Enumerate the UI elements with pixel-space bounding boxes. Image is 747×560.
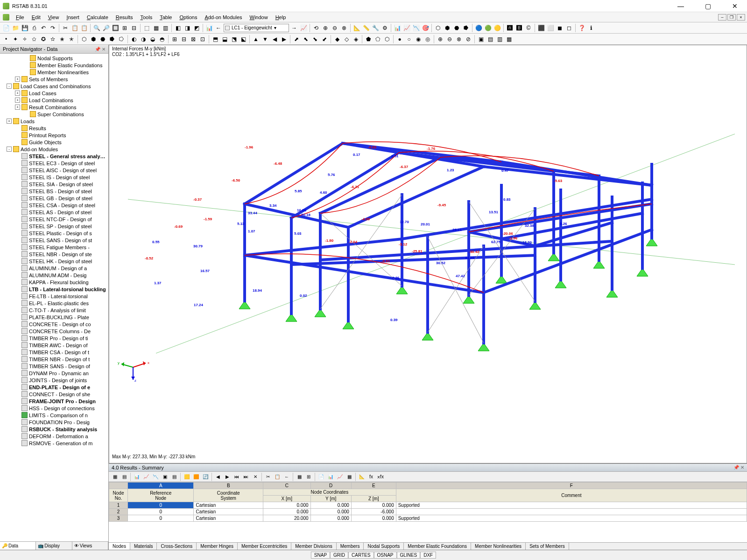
tree-item[interactable]: KAPPA - Flexural buckling — [0, 279, 108, 286]
toolbar-button[interactable]: ⬈ — [292, 35, 301, 43]
tree-item[interactable]: STEEL SP - Design of steel — [0, 223, 108, 230]
tree-item[interactable]: Super Combinations — [0, 111, 108, 118]
table-row[interactable]: 30Cartesian20.0000.0000.000Supported — [109, 515, 747, 522]
tree-item[interactable]: STEEL - General stress analysis — [0, 153, 108, 160]
toolbar-button[interactable]: ↷ — [49, 24, 57, 32]
toolbar-button[interactable]: ⊞ — [170, 35, 179, 43]
toolbar-button[interactable]: ⊖ — [445, 35, 454, 43]
tree-item[interactable]: Nodal Supports — [0, 55, 108, 62]
toolbar-button[interactable]: ◎ — [423, 35, 432, 43]
toolbar-button[interactable]: ✦ — [11, 35, 20, 43]
results-table[interactable]: ABCDEFNodeNo.ReferenceNodeCoordinateSyst… — [109, 482, 747, 522]
toolbar-button[interactable]: ◇ — [342, 35, 351, 43]
status-toggle[interactable]: GLINES — [396, 552, 420, 559]
results-toolbar-button[interactable]: ← — [282, 473, 291, 481]
toolbar-button[interactable]: 📉 — [412, 24, 420, 32]
results-tab[interactable]: Member Elastic Foundations — [404, 543, 471, 550]
tree-item[interactable]: ALUMINUM - Design of a — [0, 265, 108, 272]
mdi-close-button[interactable]: × — [737, 14, 745, 21]
toolbar-button[interactable]: 📊 — [393, 24, 402, 32]
toolbar-button[interactable]: ⚙ — [381, 24, 389, 32]
toolbar-button[interactable]: 🔍 — [92, 24, 101, 32]
toolbar-button[interactable]: ⬕ — [239, 35, 247, 43]
results-toolbar-button[interactable]: 📐 — [358, 473, 366, 481]
toolbar-button[interactable]: 📄 — [2, 24, 10, 32]
toolbar-button[interactable]: ◻ — [565, 24, 573, 32]
toolbar-button[interactable]: ⭓ — [462, 24, 470, 32]
menu-view[interactable]: View — [44, 14, 63, 21]
tree-item[interactable]: RSMOVE - Generation of m — [0, 440, 108, 447]
mdi-minimize-button[interactable]: – — [718, 14, 726, 21]
results-toolbar-button[interactable]: ▤ — [120, 473, 128, 481]
results-tab[interactable]: Nodal Supports — [364, 543, 404, 550]
toolbar-button[interactable]: ⊡ — [198, 35, 207, 43]
toolbar-button[interactable]: ▣ — [477, 35, 485, 43]
results-toolbar-button[interactable]: 🔄 — [201, 473, 210, 481]
toolbar-button[interactable]: ▤ — [486, 35, 494, 43]
tree-item[interactable]: STEEL Fatigue Members - — [0, 244, 108, 251]
tree-item[interactable]: Printout Reports — [0, 132, 108, 139]
tree-item[interactable]: C-TO-T - Analysis of limit — [0, 307, 108, 314]
tree-item[interactable]: TIMBER NBR - Design of t — [0, 356, 108, 363]
tree-item[interactable]: +Loads — [0, 118, 108, 125]
menu-results[interactable]: Results — [112, 14, 137, 21]
tree-item[interactable]: FE-LTB - Lateral-torsional — [0, 293, 108, 300]
results-toolbar-button[interactable]: ✂ — [264, 473, 272, 481]
model-viewport[interactable]: Internal Forces M-y [kNm] CO2 : 1.35*LF1… — [109, 45, 747, 463]
navigator-tree[interactable]: Nodal SupportsMember Elastic Foundations… — [0, 54, 108, 541]
toolbar-button[interactable]: ← — [214, 24, 223, 32]
toolbar-button[interactable]: ⊠ — [189, 35, 197, 43]
menu-tools[interactable]: Tools — [136, 14, 156, 21]
tree-item[interactable]: CONCRETE - Design of co — [0, 321, 108, 328]
results-toolbar-button[interactable]: 📊 — [133, 473, 141, 481]
toolbar-button[interactable]: 🅰 — [506, 24, 514, 32]
expand-icon[interactable]: + — [15, 91, 20, 96]
tree-item[interactable]: LIMITS - Comparison of n — [0, 412, 108, 419]
tree-item[interactable]: STEEL GB - Design of steel — [0, 195, 108, 202]
results-toolbar-button[interactable]: 📄 — [317, 473, 325, 481]
tree-item[interactable]: TIMBER SANS - Design of — [0, 363, 108, 370]
toolbar-button[interactable]: ● — [395, 35, 404, 43]
toolbar-button[interactable]: ⬓ — [220, 35, 229, 43]
expand-icon[interactable]: + — [7, 119, 12, 124]
toolbar-button[interactable]: ⊞ — [120, 24, 129, 32]
results-tab[interactable]: Materials — [130, 543, 157, 550]
tree-item[interactable]: STEEL EC3 - Design of steel — [0, 160, 108, 167]
toolbar-button[interactable]: ⟲ — [312, 24, 320, 32]
tree-item[interactable]: END-PLATE - Design of e — [0, 384, 108, 391]
toolbar-button[interactable]: ◓ — [158, 35, 166, 43]
mdi-restore-button[interactable]: ❐ — [727, 14, 736, 21]
results-toolbar-button[interactable]: 🟧 — [192, 473, 200, 481]
tree-item[interactable]: STEEL NBR - Design of ste — [0, 251, 108, 258]
toolbar-button[interactable]: 🟡 — [493, 24, 501, 32]
results-toolbar-button[interactable]: 📈 — [336, 473, 344, 481]
tree-item[interactable]: +Load Combinations — [0, 97, 108, 104]
tree-item[interactable]: Member Elastic Foundations — [0, 62, 108, 69]
tree-item[interactable]: STEEL CSA - Design of steel — [0, 202, 108, 209]
toolbar-button[interactable]: ✧ — [21, 35, 29, 43]
toolbar-button[interactable]: 🔵 — [474, 24, 483, 32]
tree-item[interactable]: TIMBER AWC - Design of — [0, 342, 108, 349]
toolbar-button[interactable]: ↶ — [39, 24, 48, 32]
tree-item[interactable]: +Result Combinations — [0, 104, 108, 111]
nav-tab-views[interactable]: 👁 Views — [72, 542, 108, 550]
toolbar-button[interactable]: ❓ — [578, 24, 586, 32]
toolbar-button[interactable]: ◀ — [270, 35, 279, 43]
toolbar-button[interactable]: ◈ — [352, 35, 360, 43]
tree-item[interactable]: TIMBER Pro - Design of ti — [0, 335, 108, 342]
results-toolbar-button[interactable]: ⅹfx — [376, 473, 385, 481]
tree-item[interactable]: -Load Cases and Combinations — [0, 83, 108, 90]
expand-icon[interactable]: + — [15, 77, 20, 82]
toolbar-button[interactable]: 📊 — [205, 24, 213, 32]
toolbar-button[interactable]: • — [2, 35, 10, 43]
results-toolbar-button[interactable]: fx — [367, 473, 375, 481]
toolbar-button[interactable]: ◨ — [183, 24, 191, 32]
tree-item[interactable]: Member Nonlinearities — [0, 69, 108, 76]
tree-item[interactable]: RSBUCK - Stability analysis — [0, 426, 108, 433]
toolbar-button[interactable]: ▼ — [261, 35, 269, 43]
tree-item[interactable]: -Add-on Modules — [0, 146, 108, 153]
toolbar-button[interactable]: 📏 — [362, 24, 370, 32]
menu-edit[interactable]: Edit — [28, 14, 44, 21]
expand-icon[interactable]: - — [7, 84, 12, 89]
toolbar-button[interactable]: ▥ — [161, 24, 169, 32]
